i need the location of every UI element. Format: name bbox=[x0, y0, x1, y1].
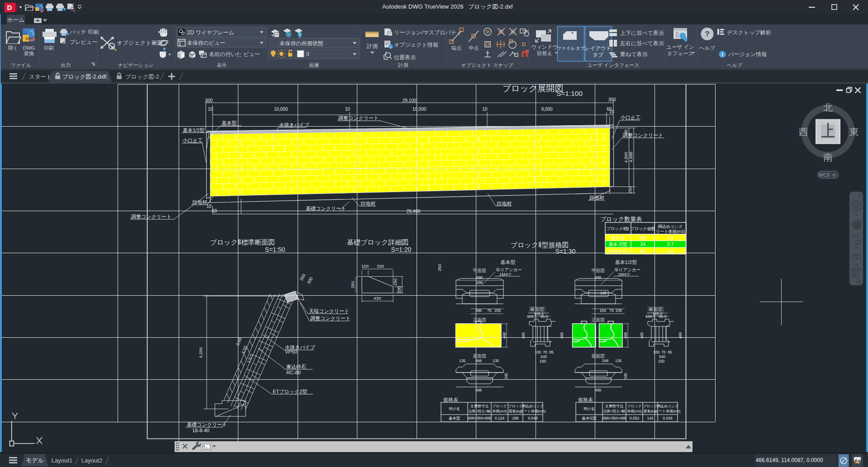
svg-text:上下に並べて表示: 上下に並べて表示 bbox=[620, 30, 664, 36]
svg-text:85: 85 bbox=[549, 350, 554, 354]
svg-text:D: D bbox=[7, 4, 12, 11]
svg-text:小口止工: 小口止工 bbox=[620, 115, 640, 120]
svg-text:10: 10 bbox=[345, 107, 350, 112]
svg-text:基本1/2型: 基本1/2型 bbox=[183, 127, 204, 133]
svg-text:100: 100 bbox=[653, 350, 659, 354]
svg-text:10,000: 10,000 bbox=[274, 107, 288, 112]
svg-text:10: 10 bbox=[482, 107, 488, 112]
svg-text:4,500: 4,500 bbox=[623, 152, 628, 163]
svg-text:300: 300 bbox=[608, 97, 616, 102]
svg-text:498×350×498: 498×350×498 bbox=[602, 416, 626, 420]
svg-text:北: 北 bbox=[823, 102, 833, 113]
svg-text:ブロック数量表: ブロック数量表 bbox=[600, 216, 642, 222]
svg-text:349: 349 bbox=[602, 359, 608, 363]
svg-text:目地材: 目地材 bbox=[589, 195, 604, 200]
svg-text:タブ: タブ bbox=[593, 52, 603, 57]
svg-text:ブロック: ブロック bbox=[508, 404, 523, 408]
svg-text:基本型: 基本型 bbox=[501, 259, 516, 265]
svg-text:149: 149 bbox=[600, 291, 607, 295]
svg-text:S=1:100: S=1:100 bbox=[556, 90, 583, 97]
svg-text:オブジェクト情報: オブジェクト情報 bbox=[394, 42, 438, 48]
svg-text:4,200: 4,200 bbox=[198, 347, 203, 358]
svg-text:S=1:50: S=1:50 bbox=[265, 246, 285, 253]
svg-text:430: 430 bbox=[374, 296, 381, 301]
svg-text:142: 142 bbox=[647, 416, 653, 420]
svg-text:底面図: 底面図 bbox=[473, 354, 486, 359]
svg-text:未保存のビュー: 未保存のビュー bbox=[187, 40, 226, 46]
svg-text:ウィンドウ: ウィンドウ bbox=[531, 44, 558, 50]
svg-text:104.1: 104.1 bbox=[527, 314, 537, 319]
svg-text:104.1: 104.1 bbox=[645, 314, 655, 319]
svg-text:499: 499 bbox=[595, 275, 601, 280]
svg-text:体積(m3): 体積(m3) bbox=[627, 409, 642, 413]
svg-text:ブロックⅡ型: ブロックⅡ型 bbox=[607, 226, 629, 231]
svg-text:150: 150 bbox=[540, 359, 546, 363]
svg-text:1M4ケ: 1M4ケ bbox=[618, 272, 631, 277]
svg-text:540: 540 bbox=[659, 354, 665, 359]
svg-text:0.026: 0.026 bbox=[663, 416, 673, 420]
svg-text:水抜きパイプ: 水抜きパイプ bbox=[279, 122, 310, 127]
svg-text:205: 205 bbox=[616, 308, 622, 313]
svg-text:計測: 計測 bbox=[366, 43, 378, 49]
svg-text:Autodesk DWG TrueView 2026: Autodesk DWG TrueView 2026 bbox=[382, 3, 464, 10]
svg-text:名前の付いた ビュー: 名前の付いた ビュー bbox=[209, 51, 260, 57]
svg-text:正面図: 正面図 bbox=[591, 317, 605, 322]
svg-text:998: 998 bbox=[476, 275, 483, 280]
svg-text:平面図: 平面図 bbox=[473, 268, 486, 273]
svg-text:スタート: スタート bbox=[29, 74, 52, 80]
svg-text:345: 345 bbox=[504, 373, 508, 379]
svg-text:胴込めコンク: 胴込めコンク bbox=[522, 404, 544, 408]
svg-text:底面図: 底面図 bbox=[591, 354, 605, 359]
svg-text:位置表示: 位置表示 bbox=[394, 54, 416, 61]
svg-text:表示: 表示 bbox=[217, 62, 227, 68]
svg-text:95.5: 95.5 bbox=[659, 314, 667, 319]
svg-text:正面図: 正面図 bbox=[473, 317, 486, 322]
svg-text:286: 286 bbox=[512, 416, 518, 420]
svg-text:0.052: 0.052 bbox=[630, 416, 640, 420]
svg-text:ヘルプ: ヘルプ bbox=[699, 45, 716, 51]
svg-text:ブロック: ブロック bbox=[643, 404, 658, 408]
svg-text:24: 24 bbox=[640, 242, 645, 247]
svg-text:298: 298 bbox=[476, 280, 483, 285]
svg-text:0: 0 bbox=[306, 51, 309, 57]
svg-text:150: 150 bbox=[393, 278, 398, 286]
svg-text:ヘルプ: ヘルプ bbox=[727, 62, 743, 68]
svg-text:10: 10 bbox=[208, 107, 213, 112]
svg-text:540: 540 bbox=[541, 354, 547, 359]
svg-text:95.5: 95.5 bbox=[541, 314, 548, 319]
svg-text:ホーム: ホーム bbox=[7, 17, 24, 23]
svg-text:呼び名: 呼び名 bbox=[583, 407, 594, 411]
svg-text:基本1/2型: 基本1/2型 bbox=[615, 259, 637, 265]
svg-text:未保存の画層状態: 未保存の画層状態 bbox=[280, 40, 323, 47]
svg-text:規格表: 規格表 bbox=[443, 397, 458, 402]
svg-text:135: 135 bbox=[493, 359, 499, 363]
svg-text:998: 998 bbox=[475, 388, 482, 392]
svg-text:画層: 画層 bbox=[309, 62, 319, 68]
svg-text:左右に並べて表示: 左右に並べて表示 bbox=[620, 40, 664, 47]
svg-text:規格表: 規格表 bbox=[578, 397, 593, 402]
svg-text:印刷: 印刷 bbox=[44, 45, 54, 51]
svg-text:ブロック図-2.dxf: ブロック図-2.dxf bbox=[468, 3, 513, 10]
svg-text:70: 70 bbox=[543, 350, 547, 354]
svg-text:250: 250 bbox=[437, 264, 442, 271]
svg-text:!: ! bbox=[859, 462, 859, 465]
svg-text:85: 85 bbox=[668, 350, 672, 354]
svg-text:レイアウト: レイアウト bbox=[585, 46, 612, 51]
svg-text:出力: 出力 bbox=[61, 62, 71, 68]
svg-text:基礎コンクリート: 基礎コンクリート bbox=[187, 422, 227, 427]
svg-text:10,000: 10,000 bbox=[413, 107, 427, 112]
svg-text:目地材: 目地材 bbox=[192, 199, 207, 205]
svg-text:目地材: 目地材 bbox=[360, 201, 375, 206]
svg-text:基本型: 基本型 bbox=[222, 120, 237, 126]
svg-text:デスクトップ解析: デスクトップ解析 bbox=[727, 29, 771, 36]
svg-text:2D ワイヤフレーム: 2D ワイヤフレーム bbox=[187, 29, 234, 36]
svg-text:0.124: 0.124 bbox=[495, 416, 505, 420]
svg-text:ETブロック2型: ETブロック2型 bbox=[273, 389, 307, 394]
svg-text:西: 西 bbox=[799, 127, 808, 137]
svg-text:998: 998 bbox=[475, 359, 482, 363]
svg-text:オブジェクト範囲: オブジェクト範囲 bbox=[117, 40, 163, 46]
svg-text:1M4ケ: 1M4ケ bbox=[499, 272, 512, 277]
svg-text:75: 75 bbox=[487, 308, 492, 313]
svg-text:i: i bbox=[390, 45, 391, 49]
svg-text:75: 75 bbox=[609, 308, 614, 313]
